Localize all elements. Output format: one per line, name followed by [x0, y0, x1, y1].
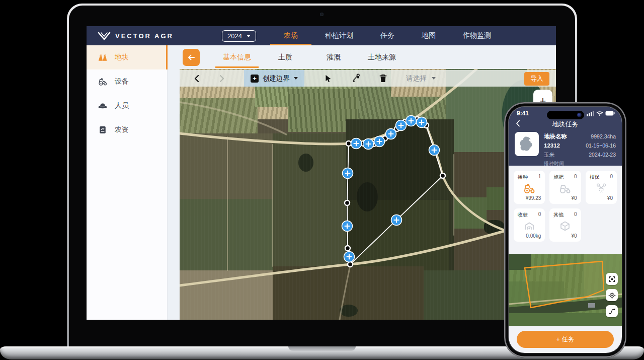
- task-card-harvest[interactable]: 收获0 0.00kg: [514, 208, 545, 242]
- card-label: 播种: [518, 174, 528, 181]
- create-boundary-label: 创建边界: [263, 74, 290, 83]
- boundary-midpoint-add-handle[interactable]: [417, 117, 427, 128]
- phone-map[interactable]: [509, 254, 622, 326]
- boundary-layer: [180, 69, 556, 320]
- boundary-midpoint-add-handle[interactable]: [406, 116, 417, 126]
- focus-icon: [608, 275, 616, 283]
- sidebar-item-equipment[interactable]: 设备: [87, 69, 167, 94]
- task-card-protection[interactable]: 植保0 ¥0: [586, 171, 617, 204]
- card-count: 1: [538, 174, 541, 181]
- phone-screen: 9:41 地块任务: [509, 107, 622, 353]
- card-value: ¥0: [553, 195, 577, 201]
- task-cards: 播种1 ¥99.23 施肥0 ¥0 植保0: [514, 171, 617, 242]
- tab-basic-info[interactable]: 基本信息: [213, 45, 261, 69]
- boundary-midpoint-add-handle[interactable]: [344, 252, 355, 262]
- boundary-midpoint-add-handle[interactable]: [351, 138, 362, 149]
- sidebar-item-label: 人员: [115, 101, 129, 110]
- plot-date-range: 01-15~06-16: [586, 141, 616, 150]
- fit-bounds-button[interactable]: [606, 273, 618, 285]
- card-value: 0.00kg: [518, 233, 541, 239]
- boundary-midpoint-add-handle[interactable]: [342, 221, 353, 232]
- nav-item-tasks[interactable]: 任务: [367, 26, 408, 45]
- plot-thumbnail[interactable]: [515, 132, 539, 156]
- plot-summary-left: 地块名称12312 玉米 播种时间: [544, 132, 581, 168]
- caret-down-icon: [247, 35, 251, 37]
- plot-sowing-date: 2024-02-23: [586, 150, 616, 159]
- webcam-icon: [320, 13, 324, 16]
- nav-item-farm[interactable]: 农场: [270, 26, 311, 45]
- boundary-midpoint-add-handle[interactable]: [386, 129, 396, 139]
- boundary-midpoint-add-handle[interactable]: [374, 136, 385, 147]
- card-value: ¥0: [553, 233, 577, 239]
- plot-select-placeholder: 请选择: [406, 74, 427, 83]
- boundary-midpoint-add-handle[interactable]: [429, 145, 440, 156]
- redo-button[interactable]: [219, 75, 225, 83]
- signal-icon: [587, 111, 594, 116]
- nav-item-map[interactable]: 地图: [408, 26, 449, 45]
- card-label: 其他: [553, 211, 564, 219]
- tab-land-source[interactable]: 土地来源: [358, 45, 406, 69]
- status-time: 9:41: [517, 110, 529, 117]
- plus-square-icon: +: [251, 75, 259, 83]
- sidebar-item-label: 设备: [115, 77, 129, 86]
- tab-bar: 基本信息 土质 灌溉 土地来源: [168, 45, 556, 69]
- boundary-midpoint-add-handle[interactable]: [391, 215, 402, 226]
- locate-button[interactable]: [606, 289, 618, 301]
- card-value: ¥99.23: [518, 195, 541, 201]
- select-cursor-tool[interactable]: [324, 74, 332, 83]
- phone-field-polygon[interactable]: [525, 261, 604, 308]
- card-label: 施肥: [553, 174, 564, 181]
- boundary-vertex-handle[interactable]: [440, 173, 445, 178]
- sidebar-item-plots[interactable]: 地块: [87, 45, 167, 69]
- plots-icon: [98, 52, 108, 62]
- logo-text: VECTOR AGR: [115, 32, 174, 40]
- logo-icon: [98, 32, 111, 40]
- route-button[interactable]: [606, 305, 618, 317]
- map-toolbar: + 创建边界 请选择: [180, 70, 556, 87]
- dynamic-island: [547, 111, 584, 119]
- boundary-vertex-handle[interactable]: [348, 262, 353, 267]
- boundary-vertex-handle[interactable]: [345, 200, 350, 205]
- boundary-vertex-handle[interactable]: [345, 246, 350, 251]
- app-header: VECTOR AGR 2024 农场 种植计划 任务 地图 作物监测: [87, 26, 556, 45]
- satellite-map[interactable]: + 创建边界 请选择: [180, 69, 556, 320]
- app-logo: VECTOR AGR: [87, 32, 174, 40]
- plot-summary: 地块名称12312 玉米 播种时间 9992.34ha 01-15~06-16 …: [515, 132, 616, 168]
- add-task-button[interactable]: + 任务: [517, 331, 614, 348]
- sidebar-item-personnel[interactable]: 人员: [87, 94, 167, 118]
- back-button[interactable]: [183, 49, 200, 66]
- boundary-midpoint-add-handle[interactable]: [363, 139, 374, 150]
- sidebar-item-supplies[interactable]: 农资: [87, 118, 167, 142]
- plot-select-dropdown[interactable]: 请选择: [406, 74, 436, 83]
- boundary-midpoint-add-handle[interactable]: [396, 120, 407, 131]
- create-boundary-button[interactable]: + 创建边界: [244, 70, 304, 87]
- year-select[interactable]: 2024: [222, 30, 256, 42]
- chevron-right-icon: [219, 75, 225, 83]
- task-card-other[interactable]: 其他0 ¥0: [549, 208, 581, 242]
- main-content: 基本信息 土质 灌溉 土地来源: [168, 45, 556, 320]
- card-count: 0: [538, 211, 541, 219]
- task-card-sowing[interactable]: 播种1 ¥99.23: [514, 171, 545, 204]
- nav-item-planting-plan[interactable]: 种植计划: [311, 26, 367, 45]
- task-card-fertilize[interactable]: 施肥0 ¥0: [549, 171, 581, 204]
- boundary-vertex-handle[interactable]: [346, 141, 351, 146]
- cursor-arrow-icon: [324, 74, 332, 83]
- import-button[interactable]: 导入: [524, 72, 549, 86]
- tab-soil[interactable]: 土质: [261, 45, 309, 69]
- draw-polyline-tool[interactable]: [351, 74, 360, 83]
- caret-down-icon: [432, 77, 436, 80]
- boundary-midpoint-add-handle[interactable]: [343, 168, 353, 179]
- tab-irrigation[interactable]: 灌溉: [309, 45, 358, 69]
- undo-button[interactable]: [194, 75, 200, 83]
- delete-tool[interactable]: [379, 74, 387, 83]
- phone-page-title: 地块任务: [509, 120, 622, 129]
- phone-back-button[interactable]: [516, 120, 520, 128]
- cube-icon: [553, 219, 577, 233]
- top-nav: 农场 种植计划 任务 地图 作物监测: [270, 26, 505, 45]
- plot-crop: 玉米: [544, 150, 581, 159]
- camera-dot-icon: [577, 113, 582, 117]
- notebook-icon: [98, 125, 108, 135]
- nav-item-crop-monitor[interactable]: 作物监测: [449, 26, 505, 45]
- phone-nav-bar: 地块任务: [509, 120, 622, 130]
- wifi-icon: [596, 111, 603, 116]
